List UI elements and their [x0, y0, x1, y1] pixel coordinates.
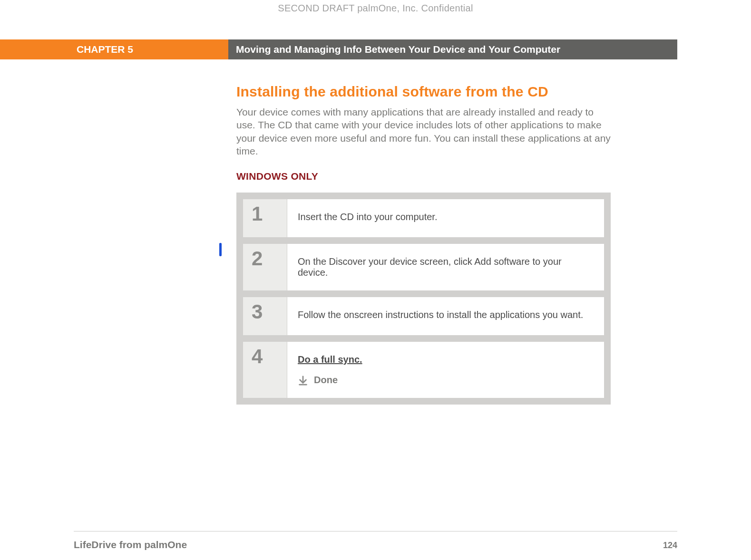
intro-paragraph: Your device comes with many applications… — [236, 106, 611, 157]
page-number: 124 — [663, 541, 677, 550]
step-number: 4 — [252, 347, 263, 367]
step-number: 3 — [252, 302, 263, 322]
chapter-label: CHAPTER 5 — [0, 39, 228, 59]
revision-mark — [219, 243, 222, 256]
step-number: 1 — [252, 204, 263, 224]
step-number-cell: 1 — [243, 199, 287, 237]
confidential-notice: SECOND DRAFT palmOne, Inc. Confidential — [0, 3, 751, 14]
chapter-title: Moving and Managing Info Between Your De… — [228, 39, 677, 59]
step-row: 2 On the Discover your device screen, cl… — [243, 244, 604, 290]
step-text: Do a full sync. Done — [287, 342, 604, 398]
step-text: Follow the onscreen instructions to inst… — [287, 297, 604, 335]
step-text: Insert the CD into your computer. — [287, 199, 604, 237]
full-sync-link[interactable]: Do a full sync. — [298, 354, 362, 365]
section-heading: Installing the additional software from … — [236, 84, 611, 100]
page-footer: LifeDrive from palmOne 124 — [74, 539, 677, 550]
step-row: 1 Insert the CD into your computer. — [243, 199, 604, 237]
done-label: Done — [314, 375, 338, 386]
step-text: On the Discover your device screen, clic… — [287, 244, 604, 290]
chapter-band: CHAPTER 5 Moving and Managing Info Betwe… — [0, 39, 677, 59]
step-number-cell: 2 — [243, 244, 287, 290]
platform-subhead: WINDOWS ONLY — [236, 171, 611, 182]
step-row: 3 Follow the onscreen instructions to in… — [243, 297, 604, 335]
done-arrow-icon — [298, 375, 308, 386]
step-number-cell: 3 — [243, 297, 287, 335]
product-name: LifeDrive from palmOne — [74, 539, 187, 550]
step-number: 2 — [252, 249, 263, 269]
done-row: Done — [298, 375, 594, 386]
steps-table: 1 Insert the CD into your computer. 2 On… — [236, 193, 611, 405]
step-number-cell: 4 — [243, 342, 287, 398]
step-row: 4 Do a full sync. Done — [243, 342, 604, 398]
footer-rule — [74, 531, 677, 531]
